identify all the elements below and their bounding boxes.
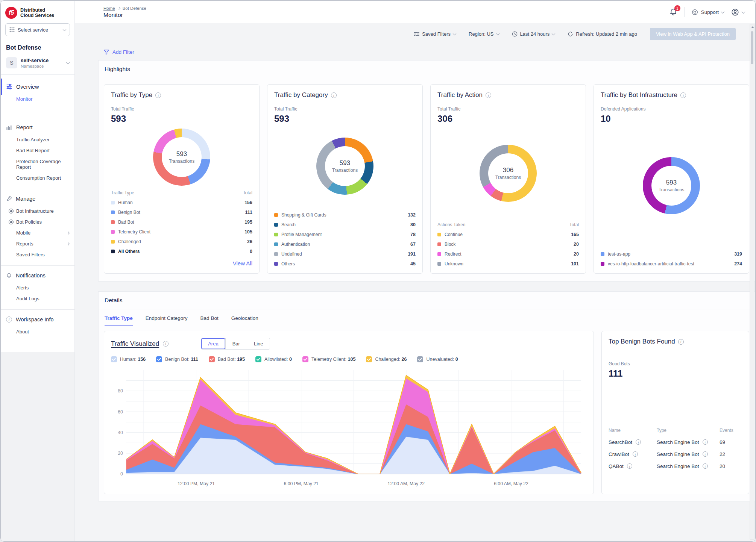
legend-label: test-us-app	[608, 251, 630, 257]
sidebar-group-header[interactable]: Manage	[1, 195, 74, 206]
scrollbar-thumb[interactable]	[751, 31, 753, 64]
legend-value: 78	[410, 232, 416, 237]
sidebar-group-header[interactable]: Report	[1, 123, 74, 134]
bots-column-header: Type	[657, 428, 720, 433]
sidebar-item-mobile[interactable]: Mobile	[1, 227, 74, 238]
series-checkbox-telemetry-client[interactable]: Telemetry Client: 105	[302, 356, 355, 362]
legend-color-chip	[274, 262, 278, 266]
details-body: Traffic Visualized i Area Bar Line Human…	[99, 326, 755, 501]
breadcrumb-current: Bot Defense	[123, 6, 146, 11]
series-checkbox-unevaluated[interactable]: Unevaluated: 0	[417, 356, 458, 362]
saved-filters-dropdown[interactable]: Saved Filters	[414, 31, 456, 37]
bot-type-cell: Search Engine Bot i	[657, 439, 720, 445]
legend-row: Human 156	[111, 200, 252, 205]
account-icon	[731, 8, 739, 17]
series-checkbox-challenged[interactable]: Challenged: 26	[366, 356, 407, 362]
page-title: Monitor	[103, 12, 146, 18]
legend-value: 0	[250, 249, 252, 254]
tab-geolocation[interactable]: Geolocation	[231, 315, 258, 326]
sidebar-item-saved-filters[interactable]: Saved Filters	[1, 249, 74, 260]
card-stat-value: 593	[111, 114, 252, 124]
region-dropdown[interactable]: Region: US	[469, 31, 499, 37]
info-icon[interactable]: i	[703, 463, 708, 469]
sidebar-item-monitor[interactable]: Monitor	[1, 95, 74, 117]
sidebar-item-protection-coverage-report[interactable]: Protection Coverage Report	[1, 156, 74, 173]
sidebar-item-reports[interactable]: Reports	[1, 238, 74, 249]
sidebar-item-label: Saved Filters	[16, 252, 45, 257]
info-icon[interactable]: i	[636, 439, 641, 445]
sidebar-item-alerts[interactable]: Alerts	[1, 282, 74, 293]
overview-icon	[6, 83, 12, 90]
mode-area-button[interactable]: Area	[201, 338, 225, 349]
info-icon[interactable]: i	[678, 339, 684, 345]
mode-line-button[interactable]: Line	[247, 338, 270, 349]
info-icon[interactable]: i	[155, 92, 161, 98]
bot-events-cell: 22	[720, 451, 742, 457]
legend-color-chip	[111, 240, 115, 244]
info-icon[interactable]: i	[486, 92, 491, 98]
legend-header-value: Total	[569, 222, 579, 227]
sidebar-group-header[interactable]: Notifications	[1, 272, 74, 282]
checkbox-icon	[255, 356, 261, 362]
card-stat-value: 306	[437, 114, 579, 124]
donut-chart-wrap: 593 Transactions	[111, 124, 252, 190]
info-icon[interactable]: i	[627, 463, 632, 469]
vertical-scrollbar[interactable]	[750, 24, 754, 540]
tab-endpoint-category[interactable]: Endpoint Category	[146, 315, 188, 326]
scroll-up-arrow-icon[interactable]	[751, 26, 754, 28]
select-service-dropdown[interactable]: Select service	[5, 23, 70, 36]
sidebar-item-overview[interactable]: Overview	[1, 79, 74, 95]
legend-value: 80	[410, 222, 416, 227]
support-menu[interactable]: Support	[691, 9, 724, 16]
info-icon[interactable]: i	[633, 451, 638, 457]
namespace-selector[interactable]: S self-service Namespace	[1, 56, 74, 75]
sidebar-group-manage: Manage Bot Infrastructure Bot Policies M…	[1, 189, 74, 265]
info-icon[interactable]: i	[703, 439, 708, 445]
legend-label: ves-io-http-loadbalancer-artificial-traf…	[608, 261, 694, 266]
view-in-waap-button[interactable]: View in Web App & API Protection	[650, 28, 736, 40]
info-icon[interactable]: i	[331, 92, 337, 98]
breadcrumb: Home Bot Defense	[103, 6, 146, 11]
refresh-button[interactable]: Refresh: Updated 2 min ago	[568, 31, 637, 37]
tab-bad-bot[interactable]: Bad Bot	[200, 315, 219, 326]
notifications-bell-button[interactable]: 1	[669, 8, 677, 16]
sidebar-item-bot-policies[interactable]: Bot Policies	[1, 216, 74, 227]
series-checkbox-bad-bot[interactable]: Bad Bot: 195	[209, 356, 245, 362]
sidebar-item-traffic-analyzer[interactable]: Traffic Analyzer	[1, 134, 74, 145]
add-filter-button[interactable]: Add Filter	[75, 44, 755, 60]
breadcrumb-home-link[interactable]: Home	[103, 6, 115, 11]
series-checkbox-benign-bot[interactable]: Benign Bot: 111	[156, 356, 198, 362]
target-icon	[9, 209, 14, 213]
tab-traffic-type[interactable]: Traffic Type	[105, 315, 133, 326]
series-checkbox-allowlisted[interactable]: Allowlisted: 0	[255, 356, 292, 362]
sidebar-item-bot-infrastructure[interactable]: Bot Infrastructure	[1, 206, 74, 216]
region-label: Region: US	[469, 31, 493, 37]
series-checkbox-row: Human: 156 Benign Bot: 111 Bad Bot: 195 …	[111, 356, 587, 362]
checkbox-icon	[111, 356, 117, 362]
bots-table-row: CrawlBot i Search Engine Bot i 22	[609, 451, 742, 457]
grid-icon	[9, 27, 15, 32]
sidebar-item-audit-logs[interactable]: Audit Logs	[1, 293, 74, 304]
legend-value: 191	[408, 251, 416, 257]
sidebar-item-consumption-report[interactable]: Consumption Report	[1, 173, 74, 183]
legend-row: Unknown 101	[437, 261, 579, 266]
mode-bar-button[interactable]: Bar	[225, 338, 247, 349]
series-checkbox-human[interactable]: Human: 156	[111, 356, 146, 362]
legend-label: Continue	[445, 232, 463, 237]
info-icon[interactable]: i	[163, 341, 169, 347]
sidebar-item-bad-bot-report[interactable]: Bad Bot Report	[1, 145, 74, 156]
checkbox-icon	[156, 356, 162, 362]
view-all-link[interactable]: View All	[111, 260, 252, 266]
donut-center-value: 593	[666, 179, 677, 186]
sidebar-item-about[interactable]: About	[1, 326, 74, 337]
info-icon[interactable]: i	[703, 451, 708, 457]
account-menu[interactable]	[731, 8, 745, 17]
sidebar-content: f5 Distributed Cloud Services Select ser…	[1, 1, 75, 352]
legend-color-chip	[274, 252, 278, 256]
breadcrumb-title-block: Home Bot Defense Monitor	[103, 6, 146, 18]
time-range-dropdown[interactable]: Last 24 hours	[512, 31, 555, 37]
legend-color-chip	[111, 230, 115, 234]
info-icon[interactable]: i	[680, 92, 686, 98]
sidebar-group-header[interactable]: i Workspace Info	[1, 316, 74, 326]
info-icon: i	[6, 316, 12, 322]
